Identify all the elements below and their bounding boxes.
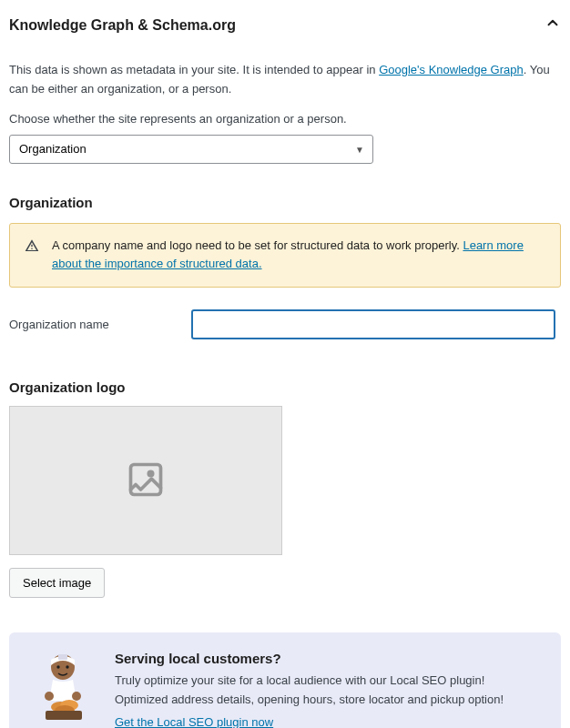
promo-body: Truly optimize your site for a local aud… [115, 672, 539, 710]
promo-cta-link[interactable]: Get the Local SEO plugin now [115, 715, 273, 728]
warning-icon [25, 238, 39, 253]
organization-logo-label: Organization logo [9, 379, 561, 395]
select-image-button[interactable]: Select image [9, 568, 105, 598]
site-type-prompt: Choose whether the site represents an or… [9, 112, 561, 126]
svg-rect-9 [46, 711, 82, 720]
promo-illustration [31, 651, 95, 723]
svg-point-4 [56, 665, 59, 668]
chevron-up-icon [545, 15, 561, 35]
promo-title: Serving local customers? [115, 651, 539, 666]
site-type-select[interactable]: Organization [9, 135, 373, 164]
svg-rect-3 [58, 654, 67, 660]
svg-point-5 [66, 665, 68, 668]
organization-subsection-title: Organization [9, 195, 561, 210]
svg-point-1 [148, 471, 152, 475]
knowledge-graph-link[interactable]: Google's Knowledge Graph [379, 63, 524, 76]
svg-point-10 [45, 692, 54, 701]
organization-name-input[interactable] [191, 309, 555, 339]
structured-data-warning: A company name and logo need to be set f… [9, 223, 561, 288]
intro-text: This data is shown as metadata in your s… [9, 61, 561, 99]
image-icon [126, 460, 166, 502]
organization-name-label: Organization name [9, 318, 191, 331]
section-header[interactable]: Knowledge Graph & Schema.org [9, 9, 561, 45]
svg-point-11 [72, 692, 81, 701]
local-seo-promo: Serving local customers? Truly optimize … [9, 632, 561, 728]
section-title: Knowledge Graph & Schema.org [9, 17, 236, 34]
svg-rect-0 [131, 464, 161, 494]
organization-logo-placeholder [9, 406, 282, 555]
